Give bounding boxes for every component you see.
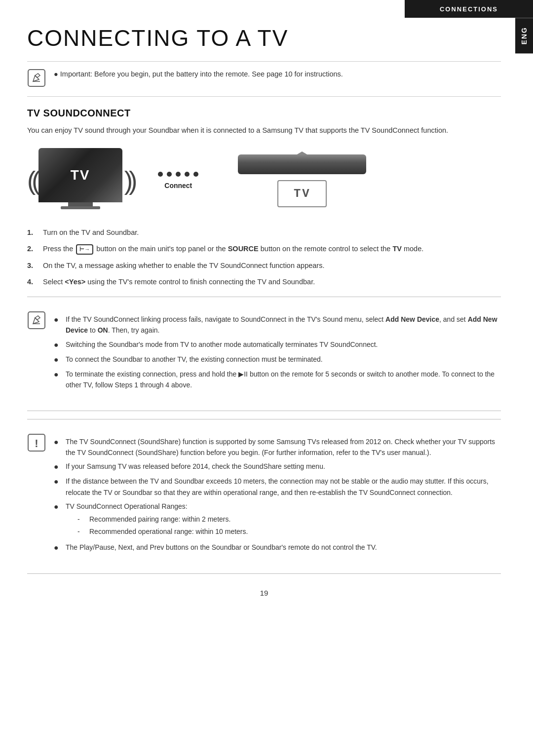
steps-list: 1. Turn on the TV and Soundbar. 2. Press…: [27, 227, 501, 288]
source-button-icon: ⊢→: [76, 244, 93, 254]
tv-bold: TV: [392, 245, 402, 253]
sub-bullet-2: - Recommended operational range: within …: [77, 526, 248, 537]
note-bullet-2: ● Switching the Soundbar's mode from TV …: [54, 339, 501, 351]
intro-note-content: Important: Before you begin, put the bat…: [60, 70, 343, 78]
bullet-dot-4: ●: [54, 369, 61, 380]
dot-4: [185, 172, 190, 177]
dot-3: [176, 172, 181, 177]
step-3-num: 3.: [27, 260, 38, 271]
page-number: 19: [27, 589, 501, 597]
svg-rect-2: [28, 312, 45, 329]
note-bullet-4-text: To terminate the existing connection, pr…: [66, 369, 501, 391]
note-bullet-4: ● To terminate the existing connection, …: [54, 369, 501, 391]
caution-bullet-4: ● TV SoundConnect Operational Ranges: - …: [54, 501, 501, 539]
caution-box: ! ● The TV SoundConnect (SoundShare) fun…: [27, 433, 501, 560]
note-bullet-1-text: If the TV SoundConnect linking process f…: [66, 314, 501, 336]
caution-dot-4: ●: [54, 501, 61, 513]
title-divider: [27, 61, 501, 62]
caution-bullet-3: ● If the distance between the TV and Sou…: [54, 476, 501, 498]
caution-dot-3: ●: [54, 476, 61, 488]
step-4: 4. Select <Yes> using the TV's remote co…: [27, 276, 501, 288]
step-4-num: 4.: [27, 276, 38, 288]
soundbar-diagram: TV: [238, 154, 366, 207]
step-1: 1. Turn on the TV and Soundbar.: [27, 227, 501, 238]
sub-bullet-2-text: Recommended operational range: within 10…: [89, 526, 248, 537]
caution-bullets: ● The TV SoundConnect (SoundShare) funct…: [54, 436, 501, 557]
caution-dot-5: ●: [54, 542, 61, 554]
intro-note-text: ● Important: Before you begin, put the b…: [54, 69, 343, 79]
wireless-right-icon: )): [124, 168, 134, 193]
step-2-text: Press the ⊢→ button on the main unit's t…: [43, 243, 423, 255]
svg-text:!: !: [35, 437, 38, 450]
eng-tab: ENG: [515, 18, 533, 53]
dot-1: [158, 172, 163, 177]
sub-dash-2: -: [77, 526, 85, 537]
add-new-device-1: Add New Device: [385, 315, 439, 323]
step-2-num: 2.: [27, 243, 38, 255]
note-bullet-2-text: Switching the Soundbar's mode from TV to…: [66, 339, 378, 350]
caution-dot-1: ●: [54, 436, 61, 448]
svg-rect-0: [28, 70, 45, 86]
bullet-symbol: ●: [54, 70, 60, 78]
step-1-num: 1.: [27, 227, 38, 238]
caution-bullet-1: ● The TV SoundConnect (SoundShare) funct…: [54, 436, 501, 458]
sub-bullet-1: - Recommended pairing range: within 2 me…: [77, 514, 248, 525]
on-bold: ON: [98, 326, 108, 334]
soundbar-tv-box: TV: [277, 180, 327, 207]
soundbar-tv-label: TV: [294, 187, 311, 200]
note-section: ● If the TV SoundConnect linking process…: [27, 297, 501, 411]
note-bullet-3-text: To connect the Soundbar to another TV, t…: [66, 354, 323, 365]
soundbar-body: [238, 154, 366, 174]
step-4-text: Select <Yes> using the TV's remote contr…: [43, 276, 315, 288]
dots-connect-area: Connect: [158, 172, 198, 189]
caution-section: ! ● The TV SoundConnect (SoundShare) fun…: [27, 419, 501, 574]
bullet-dot-3: ●: [54, 354, 61, 366]
sub-bullets: - Recommended pairing range: within 2 me…: [77, 514, 248, 537]
note-bullet-3: ● To connect the Soundbar to another TV,…: [54, 354, 501, 366]
dot-2: [167, 172, 172, 177]
tv-soundconnect-heading: TV SoundConnect: [27, 108, 501, 119]
caution-bullet-5-text: The Play/Pause, Next, and Prev buttons o…: [66, 542, 377, 553]
connections-label: CONNECTIONS: [440, 5, 498, 13]
connect-label: Connect: [164, 182, 192, 189]
caution-bullet-2: ● If your Samsung TV was released before…: [54, 461, 501, 473]
tv-screen: TV: [38, 148, 122, 202]
note-bullets: ● If the TV SoundConnect linking process…: [54, 314, 501, 394]
dot-5: [193, 172, 198, 177]
tv-soundconnect-body: You can enjoy TV sound through your Soun…: [27, 125, 501, 136]
note-bullet-1: ● If the TV SoundConnect linking process…: [54, 314, 501, 336]
page-title: CONNECTING TO A TV: [27, 25, 501, 51]
caution-bullet-1-text: The TV SoundConnect (SoundShare) functio…: [66, 436, 501, 458]
bullet-dot-1: ●: [54, 314, 61, 326]
note-box-main: ● If the TV SoundConnect linking process…: [27, 311, 501, 397]
caution-dot-2: ●: [54, 461, 61, 473]
note-pen-icon: [27, 69, 46, 89]
tv-screen-label: TV: [71, 167, 90, 183]
step-1-text: Turn on the TV and Soundbar.: [43, 227, 139, 238]
intro-bottom-divider: [27, 96, 501, 97]
caution-bullet-2-text: If your Samsung TV was released before 2…: [66, 461, 325, 472]
caution-bullet-4-text: TV SoundConnect Operational Ranges: - Re…: [66, 501, 248, 539]
dots-row: [158, 172, 198, 177]
bullet-dot-2: ●: [54, 339, 61, 351]
tv-diagram-left: (( TV )): [27, 148, 133, 213]
step-2: 2. Press the ⊢→ button on the main unit'…: [27, 243, 501, 255]
diagram-area: (( TV )) Connect TV: [27, 148, 501, 213]
wireless-left-icon: ((: [27, 168, 37, 193]
caution-excl-icon: !: [27, 433, 46, 454]
step-3: 3. On the TV, a message asking whether t…: [27, 260, 501, 271]
connections-header: CONNECTIONS: [405, 0, 533, 18]
step-3-text: On the TV, a message asking whether to e…: [43, 260, 324, 271]
caution-bullet-3-text: If the distance between the TV and Sound…: [66, 476, 501, 498]
note-pen-icon-2: [27, 311, 46, 332]
source-bold: SOURCE: [228, 245, 259, 253]
main-content: CONNECTING TO A TV ● Important: Before y…: [27, 0, 501, 597]
eng-label: ENG: [520, 27, 528, 44]
caution-bullet-5: ● The Play/Pause, Next, and Prev buttons…: [54, 542, 501, 554]
yes-bold: <Yes>: [65, 278, 85, 286]
sub-dash-1: -: [77, 514, 85, 525]
sub-bullet-1-text: Recommended pairing range: within 2 mete…: [89, 514, 230, 525]
intro-note-box: ● Important: Before you begin, put the b…: [27, 69, 501, 89]
